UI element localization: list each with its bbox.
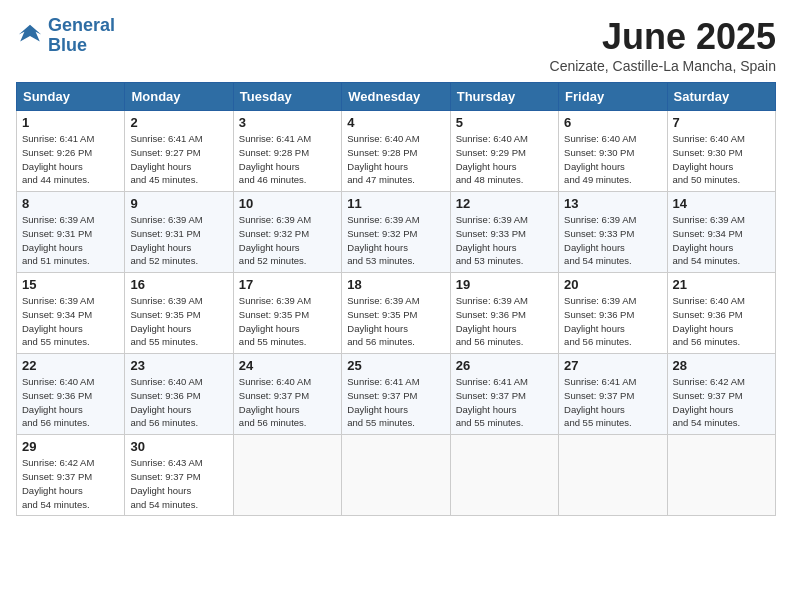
day-info: Sunrise: 6:39 AM Sunset: 9:32 PM Dayligh…	[347, 213, 444, 268]
day-info: Sunrise: 6:40 AM Sunset: 9:28 PM Dayligh…	[347, 132, 444, 187]
calendar-body: 1 Sunrise: 6:41 AM Sunset: 9:26 PM Dayli…	[17, 111, 776, 516]
day-info: Sunrise: 6:39 AM Sunset: 9:35 PM Dayligh…	[130, 294, 227, 349]
day-info: Sunrise: 6:39 AM Sunset: 9:36 PM Dayligh…	[456, 294, 553, 349]
day-info: Sunrise: 6:39 AM Sunset: 9:31 PM Dayligh…	[22, 213, 119, 268]
calendar-cell	[233, 435, 341, 516]
day-number: 7	[673, 115, 770, 130]
day-info: Sunrise: 6:39 AM Sunset: 9:33 PM Dayligh…	[456, 213, 553, 268]
day-info: Sunrise: 6:40 AM Sunset: 9:36 PM Dayligh…	[673, 294, 770, 349]
calendar-cell: 5 Sunrise: 6:40 AM Sunset: 9:29 PM Dayli…	[450, 111, 558, 192]
day-info: Sunrise: 6:40 AM Sunset: 9:36 PM Dayligh…	[22, 375, 119, 430]
logo-text: General Blue	[48, 16, 115, 56]
calendar-cell: 29 Sunrise: 6:42 AM Sunset: 9:37 PM Dayl…	[17, 435, 125, 516]
calendar-cell: 9 Sunrise: 6:39 AM Sunset: 9:31 PM Dayli…	[125, 192, 233, 273]
day-info: Sunrise: 6:40 AM Sunset: 9:36 PM Dayligh…	[130, 375, 227, 430]
calendar-cell: 30 Sunrise: 6:43 AM Sunset: 9:37 PM Dayl…	[125, 435, 233, 516]
subtitle: Cenizate, Castille-La Mancha, Spain	[550, 58, 776, 74]
calendar-cell: 13 Sunrise: 6:39 AM Sunset: 9:33 PM Dayl…	[559, 192, 667, 273]
calendar-cell: 7 Sunrise: 6:40 AM Sunset: 9:30 PM Dayli…	[667, 111, 775, 192]
day-number: 21	[673, 277, 770, 292]
calendar-cell: 4 Sunrise: 6:40 AM Sunset: 9:28 PM Dayli…	[342, 111, 450, 192]
day-number: 17	[239, 277, 336, 292]
calendar-cell	[450, 435, 558, 516]
day-number: 16	[130, 277, 227, 292]
calendar-header-tuesday: Tuesday	[233, 83, 341, 111]
day-info: Sunrise: 6:41 AM Sunset: 9:27 PM Dayligh…	[130, 132, 227, 187]
calendar-week-2: 8 Sunrise: 6:39 AM Sunset: 9:31 PM Dayli…	[17, 192, 776, 273]
calendar-cell: 26 Sunrise: 6:41 AM Sunset: 9:37 PM Dayl…	[450, 354, 558, 435]
day-info: Sunrise: 6:39 AM Sunset: 9:31 PM Dayligh…	[130, 213, 227, 268]
calendar-week-5: 29 Sunrise: 6:42 AM Sunset: 9:37 PM Dayl…	[17, 435, 776, 516]
day-number: 15	[22, 277, 119, 292]
calendar-cell: 17 Sunrise: 6:39 AM Sunset: 9:35 PM Dayl…	[233, 273, 341, 354]
day-number: 6	[564, 115, 661, 130]
calendar-cell: 1 Sunrise: 6:41 AM Sunset: 9:26 PM Dayli…	[17, 111, 125, 192]
calendar-cell: 16 Sunrise: 6:39 AM Sunset: 9:35 PM Dayl…	[125, 273, 233, 354]
calendar-cell: 18 Sunrise: 6:39 AM Sunset: 9:35 PM Dayl…	[342, 273, 450, 354]
day-info: Sunrise: 6:41 AM Sunset: 9:37 PM Dayligh…	[564, 375, 661, 430]
calendar-cell	[342, 435, 450, 516]
calendar-cell: 22 Sunrise: 6:40 AM Sunset: 9:36 PM Dayl…	[17, 354, 125, 435]
day-info: Sunrise: 6:42 AM Sunset: 9:37 PM Dayligh…	[673, 375, 770, 430]
calendar-cell: 20 Sunrise: 6:39 AM Sunset: 9:36 PM Dayl…	[559, 273, 667, 354]
calendar-cell: 23 Sunrise: 6:40 AM Sunset: 9:36 PM Dayl…	[125, 354, 233, 435]
calendar-cell: 11 Sunrise: 6:39 AM Sunset: 9:32 PM Dayl…	[342, 192, 450, 273]
day-number: 18	[347, 277, 444, 292]
calendar-header-sunday: Sunday	[17, 83, 125, 111]
month-title: June 2025	[550, 16, 776, 58]
day-info: Sunrise: 6:42 AM Sunset: 9:37 PM Dayligh…	[22, 456, 119, 511]
day-number: 9	[130, 196, 227, 211]
calendar-cell: 24 Sunrise: 6:40 AM Sunset: 9:37 PM Dayl…	[233, 354, 341, 435]
day-info: Sunrise: 6:39 AM Sunset: 9:32 PM Dayligh…	[239, 213, 336, 268]
day-number: 5	[456, 115, 553, 130]
day-number: 8	[22, 196, 119, 211]
day-info: Sunrise: 6:40 AM Sunset: 9:29 PM Dayligh…	[456, 132, 553, 187]
calendar-header-thursday: Thursday	[450, 83, 558, 111]
page-header: General Blue June 2025 Cenizate, Castill…	[16, 16, 776, 74]
calendar-cell	[667, 435, 775, 516]
day-info: Sunrise: 6:39 AM Sunset: 9:33 PM Dayligh…	[564, 213, 661, 268]
day-number: 27	[564, 358, 661, 373]
calendar-cell: 8 Sunrise: 6:39 AM Sunset: 9:31 PM Dayli…	[17, 192, 125, 273]
logo-bird-icon	[16, 22, 44, 50]
day-info: Sunrise: 6:39 AM Sunset: 9:36 PM Dayligh…	[564, 294, 661, 349]
calendar-cell: 28 Sunrise: 6:42 AM Sunset: 9:37 PM Dayl…	[667, 354, 775, 435]
calendar-cell: 27 Sunrise: 6:41 AM Sunset: 9:37 PM Dayl…	[559, 354, 667, 435]
svg-marker-0	[19, 25, 41, 42]
day-number: 30	[130, 439, 227, 454]
day-number: 11	[347, 196, 444, 211]
day-info: Sunrise: 6:43 AM Sunset: 9:37 PM Dayligh…	[130, 456, 227, 511]
day-info: Sunrise: 6:40 AM Sunset: 9:30 PM Dayligh…	[673, 132, 770, 187]
day-info: Sunrise: 6:39 AM Sunset: 9:34 PM Dayligh…	[673, 213, 770, 268]
day-number: 25	[347, 358, 444, 373]
day-number: 10	[239, 196, 336, 211]
calendar-cell: 3 Sunrise: 6:41 AM Sunset: 9:28 PM Dayli…	[233, 111, 341, 192]
calendar-header-friday: Friday	[559, 83, 667, 111]
calendar-cell: 10 Sunrise: 6:39 AM Sunset: 9:32 PM Dayl…	[233, 192, 341, 273]
calendar-cell	[559, 435, 667, 516]
calendar-cell: 6 Sunrise: 6:40 AM Sunset: 9:30 PM Dayli…	[559, 111, 667, 192]
day-number: 2	[130, 115, 227, 130]
calendar-header-monday: Monday	[125, 83, 233, 111]
day-number: 20	[564, 277, 661, 292]
calendar-cell: 21 Sunrise: 6:40 AM Sunset: 9:36 PM Dayl…	[667, 273, 775, 354]
day-info: Sunrise: 6:39 AM Sunset: 9:34 PM Dayligh…	[22, 294, 119, 349]
day-number: 3	[239, 115, 336, 130]
day-number: 29	[22, 439, 119, 454]
calendar-table: SundayMondayTuesdayWednesdayThursdayFrid…	[16, 82, 776, 516]
day-info: Sunrise: 6:39 AM Sunset: 9:35 PM Dayligh…	[347, 294, 444, 349]
day-number: 26	[456, 358, 553, 373]
calendar-header-row: SundayMondayTuesdayWednesdayThursdayFrid…	[17, 83, 776, 111]
day-number: 12	[456, 196, 553, 211]
day-number: 22	[22, 358, 119, 373]
logo: General Blue	[16, 16, 115, 56]
day-info: Sunrise: 6:40 AM Sunset: 9:37 PM Dayligh…	[239, 375, 336, 430]
calendar-week-4: 22 Sunrise: 6:40 AM Sunset: 9:36 PM Dayl…	[17, 354, 776, 435]
calendar-cell: 14 Sunrise: 6:39 AM Sunset: 9:34 PM Dayl…	[667, 192, 775, 273]
day-number: 19	[456, 277, 553, 292]
day-number: 23	[130, 358, 227, 373]
calendar-cell: 15 Sunrise: 6:39 AM Sunset: 9:34 PM Dayl…	[17, 273, 125, 354]
day-info: Sunrise: 6:39 AM Sunset: 9:35 PM Dayligh…	[239, 294, 336, 349]
calendar-cell: 12 Sunrise: 6:39 AM Sunset: 9:33 PM Dayl…	[450, 192, 558, 273]
day-number: 4	[347, 115, 444, 130]
